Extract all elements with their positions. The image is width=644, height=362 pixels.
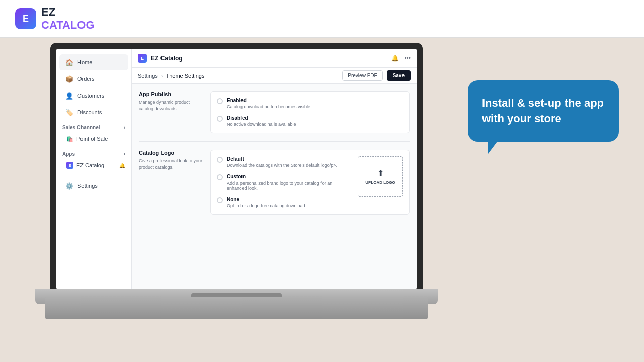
publish-disabled-label: Disabled bbox=[227, 115, 296, 121]
catalog-logo-label-col: Catalog Logo Give a professional look to… bbox=[139, 150, 204, 170]
app-container: 🏠 Home 📦 Orders 👤 Customers 🏷️ Discounts bbox=[56, 49, 417, 289]
app-more-icon[interactable]: ••• bbox=[404, 55, 411, 62]
settings-icon: ⚙️ bbox=[65, 182, 73, 190]
laptop-screen: 🏠 Home 📦 Orders 👤 Customers 🏷️ Discounts bbox=[50, 43, 423, 289]
sidebar-item-customers[interactable]: 👤 Customers bbox=[59, 87, 128, 104]
app-title: EZ Catalog bbox=[151, 55, 183, 62]
section-divider bbox=[139, 141, 410, 142]
laptop-wrapper: 🏠 Home 📦 Orders 👤 Customers 🏷️ Discounts bbox=[50, 43, 433, 324]
app-publish-card: Enabled Catalog download button becomes … bbox=[210, 91, 410, 133]
sidebar-item-ez-catalog[interactable]: E EZ Catalog 🔔 bbox=[56, 159, 131, 172]
sales-channel-section: Sales Channnel › bbox=[56, 121, 131, 132]
app-publish-title: App Publish bbox=[139, 91, 204, 97]
logo-none-radio[interactable] bbox=[217, 197, 223, 203]
breadcrumb-current: Theme Settings bbox=[166, 73, 204, 79]
logo-custom-label: Custom bbox=[227, 174, 353, 179]
publish-enabled-option[interactable]: Enabled Catalog download button becomes … bbox=[217, 98, 403, 109]
logo-default-desc: Download the catalogs with the Store's d… bbox=[227, 163, 337, 168]
main-content: E EZ Catalog 🔔 ••• Settings › bbox=[132, 49, 417, 289]
app-topbar: E EZ Catalog 🔔 ••• bbox=[132, 49, 417, 68]
customers-icon: 👤 bbox=[65, 92, 73, 100]
publish-disabled-option[interactable]: Disabled No active downloadina is availa… bbox=[217, 115, 403, 127]
orders-icon: 📦 bbox=[65, 75, 73, 83]
logo-area: E EZ CATALOG bbox=[15, 6, 95, 32]
app-publish-desc: Manage dynamic product catalog downloads… bbox=[139, 99, 204, 112]
logo-none-option[interactable]: None Opt-in for a logo-free catalog down… bbox=[217, 197, 353, 208]
publish-enabled-label: Enabled bbox=[227, 98, 312, 103]
logo-none-label: None bbox=[227, 197, 306, 202]
catalog-logo-section: Catalog Logo Give a professional look to… bbox=[139, 150, 410, 215]
save-button[interactable]: Save bbox=[387, 70, 411, 81]
catalog-logo-title: Catalog Logo bbox=[139, 150, 204, 156]
app-bell-icon[interactable]: 🔔 bbox=[391, 55, 399, 62]
bell-icon: 🔔 bbox=[119, 163, 125, 168]
logo-default-label: Default bbox=[227, 156, 337, 162]
logo-ez: EZ bbox=[41, 6, 55, 18]
sidebar-label-pos: Point of Sale bbox=[76, 136, 108, 142]
logo-text: EZ CATALOG bbox=[41, 6, 95, 32]
top-bar-divider bbox=[121, 38, 644, 38]
sidebar-item-home[interactable]: 🏠 Home bbox=[59, 54, 128, 70]
logo-options: Default Download the catalogs with the S… bbox=[217, 156, 353, 208]
logo-catalog: CATALOG bbox=[41, 19, 95, 31]
publish-disabled-radio[interactable] bbox=[217, 116, 223, 122]
sidebar-label-orders: Orders bbox=[77, 76, 95, 82]
breadcrumb-bar: Settings › Theme Settings Preview PDF Sa… bbox=[132, 68, 417, 84]
upload-icon: ⬆ bbox=[377, 168, 384, 178]
upload-label: UPLOAD LOGO bbox=[365, 180, 395, 185]
sidebar-label-ez-catalog: EZ Catalog bbox=[76, 162, 104, 168]
breadcrumb-parent[interactable]: Settings bbox=[138, 73, 158, 79]
logo-custom-radio[interactable] bbox=[217, 174, 223, 180]
breadcrumb: Settings › Theme Settings bbox=[138, 73, 204, 79]
publish-enabled-radio[interactable] bbox=[217, 98, 223, 104]
sidebar-label-settings: Settings bbox=[77, 183, 98, 189]
pos-icon: 🛍️ bbox=[66, 135, 73, 142]
apps-section: Apps › bbox=[56, 147, 131, 159]
preview-pdf-button[interactable]: Preview PDF bbox=[342, 70, 382, 81]
sidebar-item-orders[interactable]: 📦 Orders bbox=[59, 71, 128, 87]
logo-custom-desc: Add a personalized brand logo to your ca… bbox=[227, 180, 353, 191]
sidebar-item-discounts[interactable]: 🏷️ Discounts bbox=[59, 104, 128, 120]
logo-default-radio[interactable] bbox=[217, 157, 223, 163]
catalog-logo-desc: Give a professional look to your product… bbox=[139, 158, 204, 170]
home-icon: 🏠 bbox=[65, 58, 73, 66]
sidebar-label-customers: Customers bbox=[77, 93, 104, 99]
publish-enabled-desc: Catalog download button becomes visible. bbox=[227, 104, 312, 109]
logo-none-desc: Opt-in for a logo-free catalog download. bbox=[227, 203, 306, 208]
breadcrumb-actions: Preview PDF Save bbox=[342, 70, 411, 81]
sidebar-label-discounts: Discounts bbox=[77, 109, 102, 115]
screen-inner: 🏠 Home 📦 Orders 👤 Customers 🏷️ Discounts bbox=[56, 49, 417, 289]
speech-bubble-text: Install & set-up the app with your store bbox=[482, 96, 605, 127]
speech-bubble: Install & set-up the app with your store bbox=[468, 80, 619, 142]
sidebar-item-settings[interactable]: ⚙️ Settings bbox=[59, 177, 128, 194]
logo-custom-option[interactable]: Custom Add a personalized brand logo to … bbox=[217, 174, 353, 191]
app-publish-section: App Publish Manage dynamic product catal… bbox=[139, 91, 410, 133]
laptop-keyboard bbox=[45, 297, 428, 319]
chevron-icon: › bbox=[124, 125, 125, 130]
breadcrumb-separator: › bbox=[161, 73, 163, 79]
sidebar: 🏠 Home 📦 Orders 👤 Customers 🏷️ Discounts bbox=[56, 49, 132, 289]
upload-logo-area[interactable]: ⬆ UPLOAD LOGO bbox=[358, 156, 403, 197]
catalog-logo-card: Default Download the catalogs with the S… bbox=[210, 150, 410, 215]
sidebar-label-home: Home bbox=[77, 59, 92, 65]
publish-disabled-desc: No active downloadina is available bbox=[227, 122, 296, 127]
app-topbar-right: 🔔 ••• bbox=[391, 55, 411, 62]
apps-chevron-icon: › bbox=[124, 151, 125, 157]
logo-default-option[interactable]: Default Download the catalogs with the S… bbox=[217, 156, 353, 168]
top-bar: E EZ CATALOG bbox=[0, 0, 644, 38]
app-topbar-left: E EZ Catalog bbox=[138, 54, 183, 63]
app-logo-icon: E bbox=[138, 54, 147, 63]
sidebar-item-pos[interactable]: 🛍️ Point of Sale bbox=[56, 132, 131, 145]
ez-catalog-icon: E bbox=[66, 162, 73, 169]
logo-icon: E bbox=[15, 8, 36, 29]
app-publish-label-col: App Publish Manage dynamic product catal… bbox=[139, 91, 204, 112]
content-area: App Publish Manage dynamic product catal… bbox=[132, 84, 417, 289]
discounts-icon: 🏷️ bbox=[65, 108, 73, 116]
